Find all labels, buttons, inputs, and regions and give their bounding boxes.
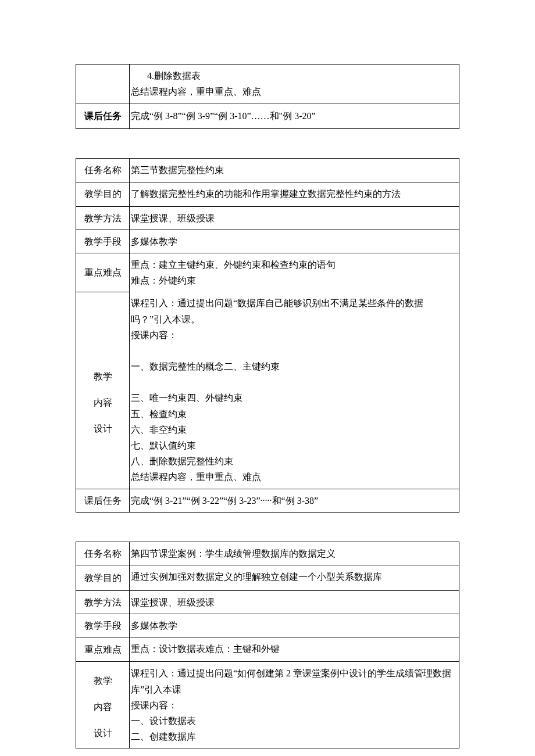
design-content: 课程引入：通过提出问题“如何创建第 2 章课堂案例中设计的学生成绩管理数据 库”… bbox=[130, 662, 459, 748]
method-value: 课堂授课、班级授课 bbox=[130, 590, 459, 614]
keypoints-value: 重点：建立主键约束、外键约束和检查约束的语句 难点：外键约束 bbox=[130, 253, 459, 292]
design-item: 五、检查约束 bbox=[131, 406, 456, 422]
task-name-label: 任务名称 bbox=[76, 159, 130, 182]
table-row: 任务名称 第三节数据完整性约束 bbox=[76, 159, 459, 182]
objective-label: 教学目的 bbox=[76, 182, 130, 206]
keypoints-line: 重点：建立主键约束、外键约束和检查约束的语句 bbox=[131, 257, 456, 273]
design-label: 教学 内容 设计 bbox=[76, 662, 130, 748]
keypoints-label: 重点难点 bbox=[76, 637, 130, 662]
design-intro: 库”引入本课 bbox=[131, 682, 456, 697]
design-item: 二、创建数据库 bbox=[131, 729, 456, 744]
table-row: 任务名称 第四节课堂案例：学生成绩管理数据库的数据定义 bbox=[76, 542, 459, 565]
design-label-part: 设计 bbox=[79, 421, 127, 436]
method-label: 教学方法 bbox=[76, 206, 130, 230]
table-row: 教学手段 多媒体教学 bbox=[76, 230, 459, 253]
design-intro: 课程引入：通过提出问题“数据库自己能够识别出不满足某些条件的数据 bbox=[131, 295, 456, 311]
design-label-part: 内容 bbox=[79, 699, 127, 715]
table-row: 教学 内容 设计 课程引入：通过提出问题“如何创建第 2 章课堂案例中设计的学生… bbox=[76, 662, 459, 748]
design-label: 教学 内容 设计 bbox=[76, 292, 130, 489]
table-3: 任务名称 第四节课堂案例：学生成绩管理数据库的数据定义 教学目的 通过实例加强对… bbox=[76, 542, 459, 749]
content-line: 4.删除数据表 bbox=[131, 68, 456, 84]
keypoints-line: 难点：外键约束 bbox=[131, 273, 456, 288]
table-row: 重点难点 重点：建立主键约束、外键约束和检查约束的语句 难点：外键约束 bbox=[76, 253, 459, 292]
homework-value: 完成“例 3-8”“例 3-9”“例 3-10”……和"例 3-20” bbox=[130, 103, 459, 129]
design-intro: 课程引入：通过提出问题“如何创建第 2 章课堂案例中设计的学生成绩管理数据 bbox=[131, 665, 456, 681]
design-label-part: 内容 bbox=[79, 395, 127, 410]
design-item: 一、设计数据表 bbox=[131, 713, 456, 729]
design-content: 课程引入：通过提出问题“数据库自己能够识别出不满足某些条件的数据 吗？”引入本课… bbox=[130, 292, 459, 489]
method-label: 教学方法 bbox=[76, 590, 130, 614]
table-row: 4.删除数据表 总结课程内容，重申重点、难点 bbox=[76, 65, 459, 103]
means-value: 多媒体教学 bbox=[130, 230, 459, 253]
task-name-label: 任务名称 bbox=[76, 542, 130, 565]
table-row: 教学手段 多媒体教学 bbox=[76, 614, 459, 637]
design-intro: 吗？”引入本课。 bbox=[131, 311, 456, 327]
means-value: 多媒体教学 bbox=[130, 614, 459, 637]
design-item: 三、唯一约束四、外键约束 bbox=[131, 390, 456, 406]
task-name-value: 第四节课堂案例：学生成绩管理数据库的数据定义 bbox=[130, 542, 459, 565]
table-row: 课后任务 完成“例 3-21”“例 3-22”“例 3-23”·····和“例 … bbox=[76, 489, 459, 512]
design-intro: 授课内容： bbox=[131, 327, 456, 343]
objective-value: 通过实例加强对数据定义的理解独立创建一个小型关系数据库 bbox=[130, 565, 459, 590]
homework-label: 课后任务 bbox=[76, 103, 130, 129]
table-1: 4.删除数据表 总结课程内容，重申重点、难点 课后任务 完成“例 3-8”“例 … bbox=[76, 64, 459, 129]
design-item: 一、数据完整性的概念二、主键约束 bbox=[131, 359, 456, 374]
homework-label: 课后任务 bbox=[76, 489, 130, 512]
empty-label-cell bbox=[76, 65, 130, 103]
task-name-value: 第三节数据完整性约束 bbox=[130, 159, 459, 182]
objective-label: 教学目的 bbox=[76, 565, 130, 590]
design-label-part: 教学 bbox=[79, 368, 127, 384]
table-2: 任务名称 第三节数据完整性约束 教学目的 了解数据完整性约束的功能和作用掌握建立… bbox=[76, 158, 459, 512]
content-line: 总结课程内容，重申重点、难点 bbox=[131, 84, 456, 99]
design-intro: 授课内容： bbox=[131, 697, 456, 713]
means-label: 教学手段 bbox=[76, 614, 130, 637]
homework-value: 完成“例 3-21”“例 3-22”“例 3-23”·····和“例 3-38” bbox=[130, 489, 459, 512]
table-row: 课后任务 完成“例 3-8”“例 3-9”“例 3-10”……和"例 3-20” bbox=[76, 103, 459, 129]
design-item: 六、非空约束 bbox=[131, 422, 456, 438]
table-row: 教学 内容 设计 课程引入：通过提出问题“数据库自己能够识别出不满足某些条件的数… bbox=[76, 292, 459, 489]
keypoints-value: 重点：设计数据表难点：主键和外键 bbox=[130, 637, 459, 662]
design-label-part: 教学 bbox=[79, 673, 127, 689]
method-value: 课堂授课、班级授课 bbox=[130, 206, 459, 230]
design-label-part: 设计 bbox=[79, 725, 127, 741]
table-row: 教学目的 通过实例加强对数据定义的理解独立创建一个小型关系数据库 bbox=[76, 565, 459, 590]
keypoints-label: 重点难点 bbox=[76, 253, 130, 292]
table-row: 教学目的 了解数据完整性约束的功能和作用掌握建立数据完整性约束的方法 bbox=[76, 182, 459, 206]
means-label: 教学手段 bbox=[76, 230, 130, 253]
design-item: 八、删除数据完整性约束 bbox=[131, 453, 456, 469]
table-row: 教学方法 课堂授课、班级授课 bbox=[76, 590, 459, 614]
design-item: 七、默认值约束 bbox=[131, 438, 456, 453]
design-item: 总结课程内容，重申重点、难点 bbox=[131, 469, 456, 485]
table-row: 教学方法 课堂授课、班级授课 bbox=[76, 206, 459, 230]
table-row: 重点难点 重点：设计数据表难点：主键和外键 bbox=[76, 637, 459, 662]
content-cell: 4.删除数据表 总结课程内容，重申重点、难点 bbox=[130, 65, 459, 103]
objective-value: 了解数据完整性约束的功能和作用掌握建立数据完整性约束的方法 bbox=[130, 182, 459, 206]
